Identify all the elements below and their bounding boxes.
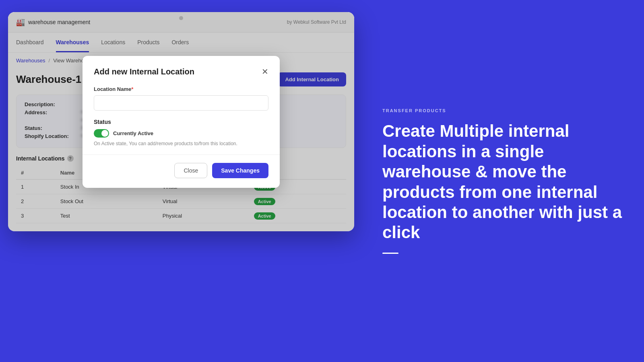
close-button[interactable]: Close <box>174 163 207 178</box>
modal-close-button[interactable]: ✕ <box>262 68 268 76</box>
status-toggle[interactable] <box>94 129 109 138</box>
location-name-input[interactable] <box>94 95 268 111</box>
modal-divider <box>83 154 280 155</box>
location-name-label: Location Name* <box>94 86 268 92</box>
modal-overlay: Add new Internal Location ✕ Location Nam… <box>8 12 354 231</box>
transfer-underline <box>382 253 398 254</box>
transfer-eyebrow: TRANSFER PRODUCTS <box>382 108 624 113</box>
status-section-label: Status <box>94 119 268 125</box>
status-note: On Active state, You can add/remove prod… <box>94 141 268 146</box>
modal-header: Add new Internal Location ✕ <box>94 67 268 76</box>
modal-footer: Close Save Changes <box>94 163 268 178</box>
status-section: Status Currently Active On Active state,… <box>94 119 268 146</box>
modal-title: Add new Internal Location <box>94 67 194 76</box>
transfer-heading: Create Multiple internal locations in a … <box>382 121 624 243</box>
toggle-label: Currently Active <box>113 130 153 136</box>
save-changes-button[interactable]: Save Changes <box>212 163 268 178</box>
add-location-modal: Add new Internal Location ✕ Location Nam… <box>83 56 280 188</box>
right-panel: TRANSFER PRODUCTS Create Multiple intern… <box>362 0 644 362</box>
location-name-group: Location Name* <box>94 86 268 111</box>
